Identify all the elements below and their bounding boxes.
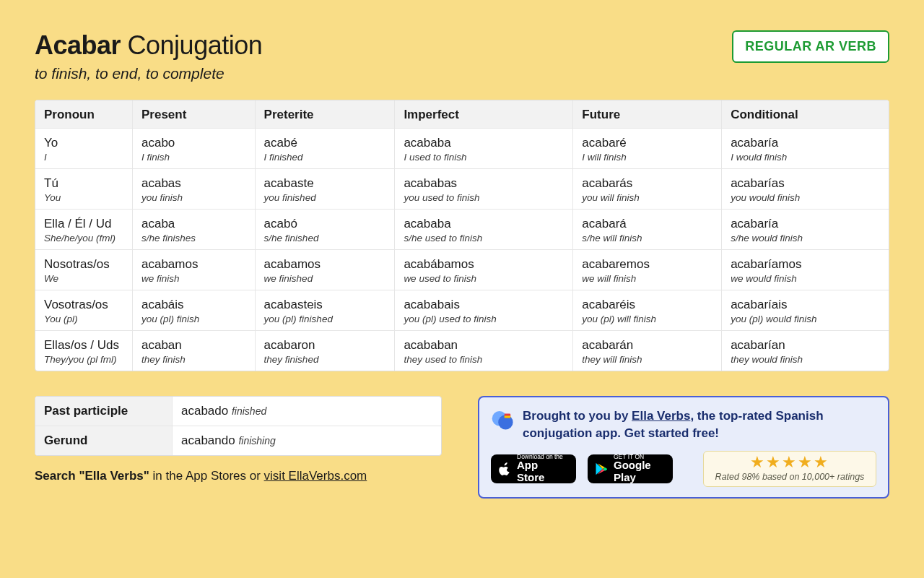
translation: I finish bbox=[141, 152, 246, 163]
translation: we would finish bbox=[731, 273, 880, 284]
pronoun-en: I bbox=[44, 152, 123, 163]
translation: s/he will finish bbox=[582, 233, 712, 243]
verb-form: acabarían bbox=[731, 338, 880, 353]
conjugation-cell: acabamoswe finished bbox=[256, 250, 396, 290]
conjugation-cell: acabaríaisyou (pl) would finish bbox=[722, 290, 889, 331]
promo-text: Brought to you by Ella Verbs, the top-ra… bbox=[523, 407, 876, 442]
verb-form: acababa bbox=[404, 136, 564, 150]
conjugation-cell: acabaréisyou (pl) will finish bbox=[573, 290, 722, 331]
translation: you used to finish bbox=[404, 192, 564, 203]
verb-meaning: to finish, to end, to complete bbox=[35, 65, 262, 82]
verb-form: acababan bbox=[404, 338, 564, 353]
conjugation-cell: acababaI used to finish bbox=[395, 129, 573, 169]
search-instruction: Search "Ella Verbs" in the App Stores or… bbox=[35, 469, 442, 483]
conjugation-cell: acabasteisyou (pl) finished bbox=[256, 290, 396, 331]
verb-form: acabará bbox=[582, 217, 712, 231]
translation: we will finish bbox=[582, 273, 712, 284]
conjugation-cell: acabaríaI would finish bbox=[722, 129, 889, 169]
translation: you will finish bbox=[582, 192, 712, 203]
table-row: TúYouacabasyou finishacabasteyou finishe… bbox=[35, 169, 889, 210]
translation: you finished bbox=[264, 192, 386, 203]
verb-form: acabaría bbox=[731, 217, 880, 231]
svg-rect-3 bbox=[505, 415, 511, 418]
translation: we used to finish bbox=[404, 273, 564, 284]
col-imperfect: Imperfect bbox=[395, 100, 573, 129]
verb-form: acabaremos bbox=[582, 257, 712, 272]
translation: we finished bbox=[264, 273, 386, 284]
conjugation-cell: acabaríamoswe would finish bbox=[722, 250, 889, 290]
conjugation-cell: acabáisyou (pl) finish bbox=[133, 290, 256, 331]
verb-form: acaba bbox=[141, 217, 246, 231]
translation: you (pl) finished bbox=[264, 314, 386, 324]
translation: s/he would finish bbox=[731, 233, 880, 243]
table-header-row: Pronoun Present Preterite Imperfect Futu… bbox=[35, 100, 889, 129]
translation: you (pl) will finish bbox=[582, 314, 712, 324]
translation: I would finish bbox=[731, 152, 880, 163]
conjugation-cell: acabas/he finishes bbox=[133, 210, 256, 250]
verb-form: acabaréis bbox=[582, 298, 712, 312]
verb-form: acabasteis bbox=[264, 298, 386, 312]
conjugation-cell: acababas/he used to finish bbox=[395, 210, 573, 250]
translation: you finish bbox=[141, 192, 246, 203]
col-pronoun: Pronoun bbox=[35, 100, 133, 129]
translation: s/he used to finish bbox=[404, 233, 564, 243]
translation: they will finish bbox=[582, 354, 712, 365]
verb-form: acabé bbox=[264, 136, 386, 150]
translation: you (pl) used to finish bbox=[404, 314, 564, 324]
pronoun: Tú bbox=[44, 176, 123, 191]
app-store-button[interactable]: Download on the App Store bbox=[491, 454, 576, 483]
conjugation-cell: acababanthey used to finish bbox=[395, 331, 573, 371]
pronoun-cell: Ella / Él / UdShe/he/you (fml) bbox=[35, 210, 133, 250]
conjugation-cell: acabéI finished bbox=[256, 129, 396, 169]
past-participle-row: Past participle acabado finished bbox=[35, 397, 441, 426]
conjugation-cell: acabarásyou will finish bbox=[573, 169, 722, 210]
verb-form: acabaré bbox=[582, 136, 712, 150]
translation: you (pl) would finish bbox=[731, 314, 880, 324]
pronoun-en: They/you (pl fml) bbox=[44, 354, 123, 365]
verb-form: acabaría bbox=[731, 136, 880, 150]
table-row: Ella / Él / UdShe/he/you (fml)acabas/he … bbox=[35, 210, 889, 250]
title-rest: Conjugation bbox=[121, 30, 262, 60]
verb-form: acabamos bbox=[264, 257, 386, 272]
verb-type-badge: REGULAR AR VERB bbox=[732, 30, 889, 63]
gerund-row: Gerund acabando finishing bbox=[35, 426, 441, 455]
pronoun: Yo bbox=[44, 136, 123, 150]
pronoun-en: You bbox=[44, 192, 123, 203]
translation: they finished bbox=[264, 354, 386, 365]
verb-form: acabas bbox=[141, 176, 246, 191]
verb-form: acabaste bbox=[264, 176, 386, 191]
ella-verbs-link[interactable]: Ella Verbs bbox=[632, 409, 690, 423]
translation: they would finish bbox=[731, 354, 880, 365]
verb-form: acabó bbox=[264, 217, 386, 231]
col-future: Future bbox=[573, 100, 722, 129]
conjugation-cell: acabábamoswe used to finish bbox=[395, 250, 573, 290]
conjugation-cell: acabanthey finish bbox=[133, 331, 256, 371]
verb-form: acabo bbox=[141, 136, 246, 150]
google-play-button[interactable]: GET IT ON Google Play bbox=[588, 454, 673, 483]
verb-form: acabaríais bbox=[731, 298, 880, 312]
verb-form: acaban bbox=[141, 338, 246, 353]
verb-form: acabamos bbox=[141, 257, 246, 272]
verb-form: acabarán bbox=[582, 338, 712, 353]
translation: s/he finished bbox=[264, 233, 386, 243]
translation: they finish bbox=[141, 354, 246, 365]
past-participle-label: Past participle bbox=[35, 397, 173, 426]
conjugation-cell: acabaremoswe will finish bbox=[573, 250, 722, 290]
past-participle-value: acabado finished bbox=[173, 397, 441, 426]
table-row: Nosotras/osWeacabamoswe finishacabamoswe… bbox=[35, 250, 889, 290]
verb-form: acababais bbox=[404, 298, 564, 312]
verb-form: acabábamos bbox=[404, 257, 564, 272]
table-row: YoIacaboI finishacabéI finishedacababaI … bbox=[35, 129, 889, 169]
conjugation-cell: acabaréI will finish bbox=[573, 129, 722, 169]
pronoun-cell: TúYou bbox=[35, 169, 133, 210]
conjugation-cell: acabarías/he would finish bbox=[722, 210, 889, 250]
visit-ellaverbs-link[interactable]: visit EllaVerbs.com bbox=[264, 469, 367, 483]
col-present: Present bbox=[133, 100, 256, 129]
col-preterite: Preterite bbox=[256, 100, 396, 129]
pronoun-cell: Vosotras/osYou (pl) bbox=[35, 290, 133, 331]
pronoun: Ella / Él / Ud bbox=[44, 217, 123, 231]
pronoun-cell: YoI bbox=[35, 129, 133, 169]
table-row: Vosotras/osYou (pl)acabáisyou (pl) finis… bbox=[35, 290, 889, 331]
table-row: Ellas/os / UdsThey/you (pl fml)acabanthe… bbox=[35, 331, 889, 371]
conjugation-table: Pronoun Present Preterite Imperfect Futu… bbox=[35, 100, 889, 371]
